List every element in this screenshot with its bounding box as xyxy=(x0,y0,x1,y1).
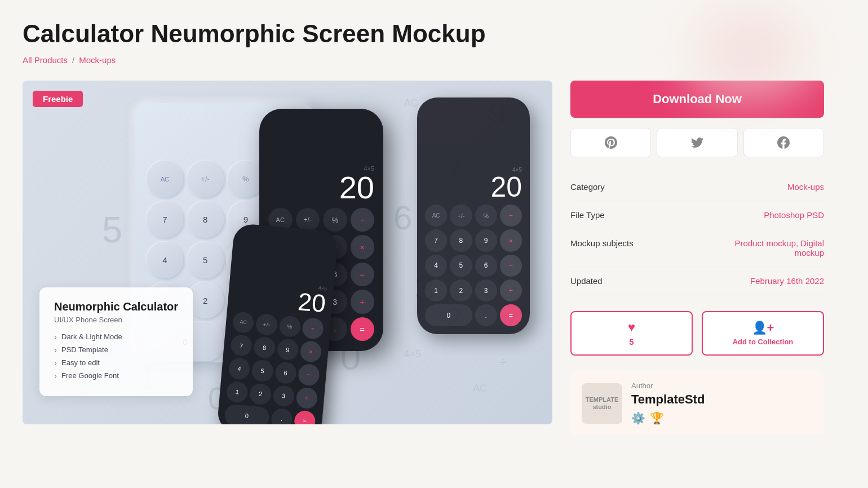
download-button[interactable]: Download Now xyxy=(570,81,824,118)
add-to-collection-label: Add to Collection xyxy=(733,338,794,346)
social-row xyxy=(570,128,824,157)
heart-icon: ♥ xyxy=(628,320,635,335)
file-type-label: File Type xyxy=(570,201,710,229)
updated-value: February 16th 2022 xyxy=(710,267,825,295)
trophy-badge-icon: 🏆 xyxy=(650,411,664,425)
author-avatar: TEMPLATE studio xyxy=(582,383,622,424)
feature-4: Free Google Font xyxy=(54,371,178,380)
page-wrapper: Calculator Neumorphic Screen Mockup All … xyxy=(0,0,868,458)
breadcrumb-separator: / xyxy=(72,55,74,65)
feature-1: Dark & Light Mode xyxy=(54,332,178,341)
author-label: Author xyxy=(631,381,705,390)
info-card: Neumorphic Calculator UI/UX Phone Screen… xyxy=(39,287,193,396)
mockup-subjects-value[interactable]: Product mockup, Digital mockup xyxy=(710,229,825,267)
info-card-title: Neumorphic Calculator xyxy=(54,300,178,313)
author-card: TEMPLATE studio Author TemplateStd ⚙️ 🏆 xyxy=(570,371,824,435)
meta-subjects-row: Mockup subjects Product mockup, Digital … xyxy=(570,229,824,267)
pinterest-icon xyxy=(605,136,617,149)
sidebar: Download Now xyxy=(570,81,824,435)
twitter-button[interactable] xyxy=(657,128,737,157)
info-card-subtitle: UI/UX Phone Screen xyxy=(54,316,178,324)
meta-table: Category Mock-ups File Type Photoshop PS… xyxy=(570,173,824,295)
gear-badge-icon: ⚙️ xyxy=(631,411,645,425)
feature-2: PSD Template xyxy=(54,345,178,354)
meta-category-row: Category Mock-ups xyxy=(570,173,824,201)
author-info: Author TemplateStd ⚙️ 🏆 xyxy=(631,381,705,425)
author-name[interactable]: TemplateStd xyxy=(631,392,705,407)
facebook-icon xyxy=(777,136,790,149)
phone-bottom-dark: 4×5 20 AC +/- % ÷ 7 8 9 × 4 xyxy=(216,223,339,424)
breadcrumb: All Products / Mock-ups xyxy=(23,55,845,65)
pinterest-button[interactable] xyxy=(570,128,651,157)
like-count: 5 xyxy=(629,337,634,347)
like-button[interactable]: ♥ 5 xyxy=(570,311,693,356)
meta-updated-row: Updated February 16th 2022 xyxy=(570,267,824,295)
page-title: Calculator Neumorphic Screen Mockup xyxy=(23,20,845,47)
phone-right-dark: 4×5 20 AC +/- % ÷ 7 8 9 × 4 xyxy=(417,97,530,334)
add-to-collection-button[interactable]: 👤+ Add to Collection xyxy=(702,311,824,356)
freebie-badge: Freebie xyxy=(33,91,83,107)
meta-filetype-row: File Type Photoshop PSD xyxy=(570,201,824,229)
mock-canvas: 20 8 7 9 8 5 4 3 2 1 0 9 6 5 3 2 0 xyxy=(23,81,552,424)
collection-icon: 👤+ xyxy=(752,321,774,335)
product-image-wrap: Freebie 20 8 7 9 8 5 4 3 2 1 0 9 6 xyxy=(23,81,552,424)
info-card-features: Dark & Light Mode PSD Template Easy to e… xyxy=(54,332,178,380)
action-row: ♥ 5 👤+ Add to Collection xyxy=(570,311,824,356)
facebook-button[interactable] xyxy=(743,128,824,157)
category-label: Category xyxy=(570,173,710,201)
mockup-subjects-label: Mockup subjects xyxy=(570,229,710,267)
twitter-icon xyxy=(691,136,703,149)
file-type-value[interactable]: Photoshop PSD xyxy=(710,201,825,229)
updated-label: Updated xyxy=(570,267,710,295)
breadcrumb-all-products[interactable]: All Products xyxy=(23,55,68,65)
feature-3: Easy to edit xyxy=(54,358,178,367)
content-area: Freebie 20 8 7 9 8 5 4 3 2 1 0 9 6 xyxy=(23,81,845,435)
category-value[interactable]: Mock-ups xyxy=(710,173,825,201)
breadcrumb-current: Mock-ups xyxy=(79,55,116,65)
author-badges: ⚙️ 🏆 xyxy=(631,411,705,425)
